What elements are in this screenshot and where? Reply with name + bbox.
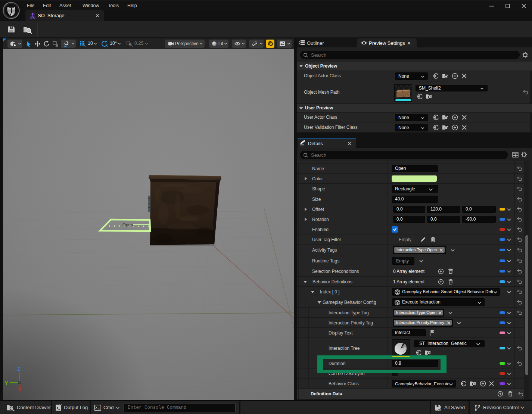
svg-text:Z: Z	[17, 365, 21, 372]
svg-text:Open: Open	[122, 222, 133, 227]
svg-text:X: X	[18, 386, 22, 392]
svg-text:Y: Y	[4, 380, 8, 386]
